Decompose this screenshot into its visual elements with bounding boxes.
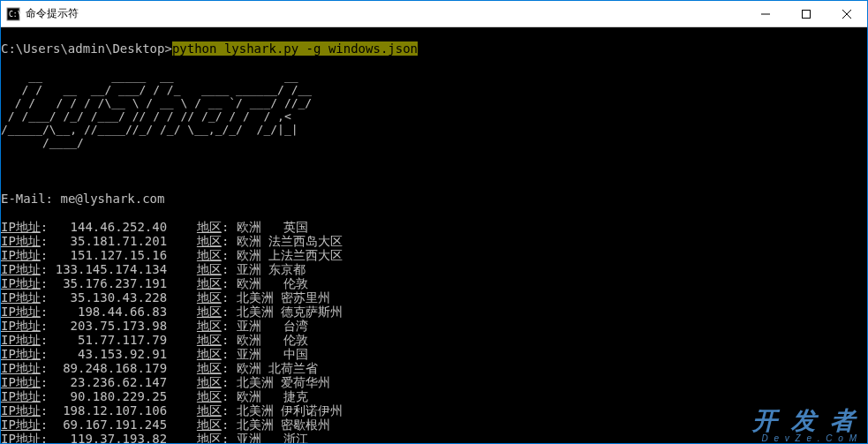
region-value: : 亚洲 台湾 (222, 319, 308, 333)
region-label: 地区 (197, 220, 222, 234)
table-row: IP地址: 69.167.191.245 地区: 北美洲 密歇根州 (1, 418, 867, 432)
region-value: : 欧洲 伦敦 (222, 333, 308, 347)
ip-label: IP地址 (1, 418, 41, 432)
blank-line (1, 163, 867, 177)
ip-label: IP地址 (1, 305, 41, 319)
terminal-output[interactable]: C:\Users\admin\Desktop>python lyshark.py… (1, 27, 867, 443)
ip-value: : 144.46.252.40 (41, 220, 197, 234)
close-button[interactable] (826, 1, 867, 26)
ip-table: IP地址: 144.46.252.40 地区: 欧洲 英国IP地址: 35.18… (1, 220, 867, 443)
region-value: : 北美洲 密苏里州 (222, 290, 330, 305)
window-title: 命令提示符 (26, 6, 745, 21)
table-row: IP地址: 198.44.66.83 地区: 北美洲 德克萨斯州 (1, 305, 867, 319)
table-row: IP地址: 144.46.252.40 地区: 欧洲 英国 (1, 220, 867, 234)
ip-value: : 198.44.66.83 (41, 305, 197, 319)
region-label: 地区 (197, 234, 222, 248)
svg-rect-3 (803, 10, 811, 18)
region-value: : 北美洲 伊利诺伊州 (222, 403, 343, 418)
ip-label: IP地址 (1, 276, 41, 290)
titlebar: C:\ 命令提示符 (1, 1, 867, 27)
ip-value: : 35.181.71.201 (41, 234, 197, 248)
minimize-button[interactable] (745, 1, 786, 26)
region-value: : 亚洲 浙江 (222, 432, 308, 443)
ascii-logo: __ _____ __ __ / / __ __/ ___/ / /_ ____… (1, 70, 867, 149)
ip-label: IP地址 (1, 248, 41, 262)
table-row: IP地址: 89.248.168.179 地区: 欧洲 北荷兰省 (1, 361, 867, 375)
table-row: IP地址: 35.176.237.191 地区: 欧洲 伦敦 (1, 276, 867, 290)
table-row: IP地址: 23.236.62.147 地区: 北美洲 爱荷华州 (1, 375, 867, 389)
region-value: : 欧洲 法兰西岛大区 (222, 234, 343, 248)
table-row: IP地址: 35.181.71.201 地区: 欧洲 法兰西岛大区 (1, 234, 867, 248)
region-value: : 欧洲 北荷兰省 (222, 361, 318, 375)
ip-value: : 35.130.43.228 (41, 290, 197, 305)
ip-label: IP地址 (1, 262, 41, 276)
table-row: IP地址: 43.153.92.91 地区: 亚洲 中国 (1, 347, 867, 361)
region-value: : 欧洲 捷克 (222, 389, 308, 403)
ip-label: IP地址 (1, 333, 41, 347)
app-icon: C:\ (6, 7, 20, 21)
region-value: : 欧洲 英国 (222, 220, 308, 234)
ip-label: IP地址 (1, 389, 41, 403)
region-label: 地区 (197, 389, 222, 403)
region-label: 地区 (197, 361, 222, 375)
region-label: 地区 (197, 276, 222, 290)
table-row: IP地址: 119.37.193.82 地区: 亚洲 浙江 (1, 432, 867, 443)
email-label: E-Mail: (1, 192, 53, 206)
ip-label: IP地址 (1, 290, 41, 305)
region-value: : 北美洲 密歇根州 (222, 418, 330, 432)
ip-label: IP地址 (1, 234, 41, 248)
region-label: 地区 (197, 248, 222, 262)
ip-value: : 23.236.62.147 (41, 375, 197, 389)
region-label: 地区 (197, 403, 222, 418)
region-label: 地区 (197, 333, 222, 347)
ip-label: IP地址 (1, 375, 41, 389)
region-value: : 亚洲 东京都 (222, 262, 306, 276)
window-controls (745, 1, 867, 26)
maximize-button[interactable] (786, 1, 826, 26)
ip-value: : 203.75.173.98 (41, 319, 197, 333)
region-label: 地区 (197, 418, 222, 432)
svg-text:C:\: C:\ (9, 11, 20, 19)
prompt-line: C:\Users\admin\Desktop>python lyshark.py… (1, 41, 867, 56)
region-value: : 欧洲 伦敦 (222, 276, 308, 290)
region-value: : 北美洲 爱荷华州 (222, 375, 330, 389)
region-value: : 北美洲 德克萨斯州 (222, 305, 343, 319)
email-value: me@lyshark.com (60, 192, 164, 206)
ip-value: : 43.153.92.91 (41, 347, 197, 361)
ip-label: IP地址 (1, 319, 41, 333)
region-label: 地区 (197, 262, 222, 276)
ip-value: : 89.248.168.179 (41, 361, 197, 375)
ip-value: : 90.180.229.25 (41, 389, 197, 403)
ip-label: IP地址 (1, 361, 41, 375)
ip-value: : 51.77.117.79 (41, 333, 197, 347)
ip-value: : 35.176.237.191 (41, 276, 197, 290)
region-label: 地区 (197, 290, 222, 305)
table-row: IP地址: 151.127.15.16 地区: 欧洲 上法兰西大区 (1, 248, 867, 262)
region-label: 地区 (197, 305, 222, 319)
ip-value: : 119.37.193.82 (41, 432, 197, 443)
table-row: IP地址: 90.180.229.25 地区: 欧洲 捷克 (1, 389, 867, 403)
region-label: 地区 (197, 319, 222, 333)
region-label: 地区 (197, 432, 222, 443)
region-value: : 亚洲 中国 (222, 347, 308, 361)
ip-value: : 198.12.107.106 (41, 403, 197, 418)
ip-label: IP地址 (1, 403, 41, 418)
table-row: IP地址: 133.145.174.134 地区: 亚洲 东京都 (1, 262, 867, 276)
email-line: E-Mail: me@lyshark.com (1, 192, 867, 206)
prompt-path: C:\Users\admin\Desktop> (1, 41, 172, 56)
region-value: : 欧洲 上法兰西大区 (222, 248, 343, 262)
ip-value: : 133.145.174.134 (41, 262, 197, 276)
table-row: IP地址: 51.77.117.79 地区: 欧洲 伦敦 (1, 333, 867, 347)
table-row: IP地址: 203.75.173.98 地区: 亚洲 台湾 (1, 319, 867, 333)
region-label: 地区 (197, 375, 222, 389)
ip-value: : 151.127.15.16 (41, 248, 197, 262)
ip-label: IP地址 (1, 347, 41, 361)
ip-label: IP地址 (1, 432, 41, 443)
region-label: 地区 (197, 347, 222, 361)
ip-label: IP地址 (1, 220, 41, 234)
ip-value: : 69.167.191.245 (41, 418, 197, 432)
table-row: IP地址: 35.130.43.228 地区: 北美洲 密苏里州 (1, 290, 867, 305)
table-row: IP地址: 198.12.107.106 地区: 北美洲 伊利诺伊州 (1, 403, 867, 418)
prompt-command: python lyshark.py -g windows.json (172, 41, 418, 56)
